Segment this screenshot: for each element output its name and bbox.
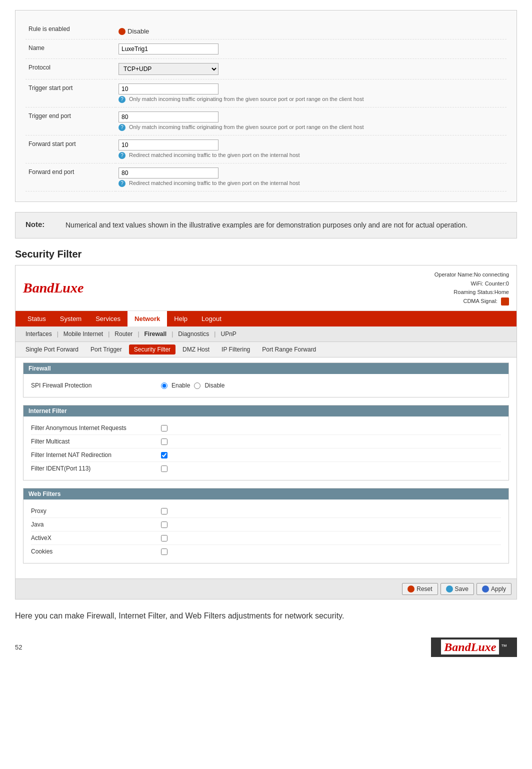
- forward-start-help-text: Redirect matched incoming traffic to the…: [129, 152, 300, 158]
- trigger-start-port-label: Trigger start port: [26, 80, 116, 108]
- trigger-start-port-input[interactable]: [118, 84, 218, 94]
- filter-nat-label: Filter Internet NAT Redirection: [31, 452, 161, 458]
- sub-nav: Interfaces | Mobile Internet | Router | …: [16, 326, 516, 342]
- forward-end-help-icon: ?: [118, 180, 126, 187]
- filter-multicast-checkbox[interactable]: [161, 438, 168, 445]
- rule-enabled-value: Disable: [116, 20, 506, 40]
- apply-icon: [482, 586, 489, 592]
- description-text: Here you can make Firewall, Internet Fil…: [15, 610, 517, 622]
- trigger-end-port-input[interactable]: [118, 112, 218, 122]
- filter-anonymous-checkbox[interactable]: [161, 425, 168, 432]
- protocol-select[interactable]: TCP+UDP TCP UDP: [118, 63, 218, 75]
- activex-row: ActiveX: [31, 532, 501, 545]
- trigger-end-port-row: Trigger end port ? Only match incoming t…: [26, 108, 506, 136]
- trigger-start-port-value[interactable]: ? Only match incoming traffic originatin…: [116, 80, 506, 108]
- protocol-value[interactable]: TCP+UDP TCP UDP: [116, 59, 506, 80]
- spi-disable-radio[interactable]: [194, 382, 200, 389]
- subnav-router[interactable]: Router: [110, 329, 138, 339]
- web-filters-header: Web Filters: [24, 488, 508, 500]
- name-value[interactable]: [116, 40, 506, 59]
- spi-enable-radio[interactable]: [161, 382, 168, 389]
- nav-help[interactable]: Help: [167, 311, 194, 326]
- filter-ident-value: [161, 466, 168, 472]
- spi-disable-label: Disable: [204, 382, 224, 389]
- save-button[interactable]: Save: [440, 583, 474, 595]
- nav-logout[interactable]: Logout: [194, 311, 228, 326]
- cookies-checkbox[interactable]: [161, 548, 168, 555]
- subnav-interfaces[interactable]: Interfaces: [20, 329, 57, 339]
- forward-start-port-input[interactable]: [118, 140, 218, 150]
- filter-anonymous-row: Filter Anonymous Internet Requests: [31, 422, 501, 435]
- security-filter-heading: Security Filter: [15, 248, 517, 260]
- internet-filter-content: Filter Anonymous Internet Requests Filte…: [24, 416, 508, 480]
- spi-firewall-value: Enable Disable: [161, 382, 224, 389]
- footer: 52 BandLuxe ™: [0, 632, 532, 662]
- note-text: Numerical and text values shown in the i…: [66, 220, 468, 230]
- java-label: Java: [31, 521, 161, 528]
- protocol-label: Protocol: [26, 59, 116, 80]
- filter-ident-label: Filter IDENT(Port 113): [31, 465, 161, 472]
- internet-filter-header: Internet Filter: [24, 406, 508, 416]
- tab-security-filter[interactable]: Security Filter: [129, 344, 176, 354]
- nav-system[interactable]: System: [53, 311, 88, 326]
- nav-status[interactable]: Status: [20, 311, 53, 326]
- forward-start-port-label: Forward start port: [26, 136, 116, 164]
- filter-nat-row: Filter Internet NAT Redirection: [31, 448, 501, 462]
- filter-nat-checkbox[interactable]: [161, 452, 168, 458]
- status-cdma: CDMA Signal:: [434, 297, 509, 306]
- sub-nav2: Single Port Forward Port Trigger Securit…: [16, 342, 516, 358]
- tab-dmz-host[interactable]: DMZ Host: [178, 344, 214, 354]
- forward-end-port-value[interactable]: ? Redirect matched incoming traffic to t…: [116, 164, 506, 192]
- forward-start-help-icon: ?: [118, 152, 126, 159]
- activex-value: [161, 535, 168, 542]
- rule-enabled-row: Rule is enabled Disable: [26, 20, 506, 40]
- subnav-upnp[interactable]: UPnP: [216, 329, 241, 339]
- forward-start-port-row: Forward start port ? Redirect matched in…: [26, 136, 506, 164]
- nav-network[interactable]: Network: [128, 311, 167, 326]
- apply-button[interactable]: Apply: [476, 583, 512, 595]
- cookies-value: [161, 548, 168, 555]
- tab-ip-filtering[interactable]: IP Filtering: [216, 344, 255, 354]
- reset-button[interactable]: Reset: [402, 583, 438, 595]
- spi-firewall-row: SPI Firewall Protection Enable Disable: [31, 379, 501, 392]
- port-trigger-form: Rule is enabled Disable Name Protocol TC: [15, 10, 517, 202]
- reset-icon: [408, 586, 414, 592]
- logo-b: B: [23, 280, 32, 296]
- forward-end-port-label: Forward end port: [26, 164, 116, 192]
- note-box: Note: Numerical and text values shown in…: [15, 212, 517, 238]
- router-logo: BandLuxe: [23, 280, 84, 296]
- java-checkbox[interactable]: [161, 522, 168, 528]
- forward-start-port-value[interactable]: ? Redirect matched incoming traffic to t…: [116, 136, 506, 164]
- subnav-firewall[interactable]: Firewall: [140, 329, 172, 339]
- proxy-value: [161, 508, 168, 514]
- nav-services[interactable]: Services: [88, 311, 128, 326]
- filter-nat-value: [161, 452, 168, 458]
- subnav-diagnostics[interactable]: Diagnostics: [173, 329, 214, 339]
- filter-ident-checkbox[interactable]: [161, 466, 168, 472]
- proxy-checkbox[interactable]: [161, 508, 168, 514]
- spi-enable-label: Enable: [172, 382, 190, 389]
- footer-logo-container: BandLuxe ™: [431, 638, 517, 657]
- activex-checkbox[interactable]: [161, 535, 168, 542]
- filter-multicast-value: [161, 438, 168, 445]
- trigger-end-port-value[interactable]: ? Only match incoming traffic originatin…: [116, 108, 506, 136]
- forward-end-port-row: Forward end port ? Redirect matched inco…: [26, 164, 506, 192]
- router-header: BandLuxe Operator Name:No connecting WiF…: [16, 266, 516, 311]
- tab-port-trigger[interactable]: Port Trigger: [86, 344, 127, 354]
- forward-end-port-input[interactable]: [118, 168, 218, 178]
- filter-anonymous-label: Filter Anonymous Internet Requests: [31, 424, 161, 432]
- firewall-section-content: SPI Firewall Protection Enable Disable: [24, 374, 508, 397]
- proxy-label: Proxy: [31, 508, 161, 514]
- name-input[interactable]: [118, 44, 218, 54]
- tab-port-range-forward[interactable]: Port Range Forward: [257, 344, 321, 354]
- filter-multicast-label: Filter Multicast: [31, 438, 161, 445]
- tab-single-port-forward[interactable]: Single Port Forward: [20, 344, 84, 354]
- reset-label: Reset: [416, 586, 432, 592]
- save-icon: [446, 586, 453, 592]
- form-table: Rule is enabled Disable Name Protocol TC: [26, 20, 506, 192]
- name-row: Name: [26, 40, 506, 59]
- logo-rest: andLuxe: [32, 280, 84, 296]
- subnav-mobile-internet[interactable]: Mobile Internet: [58, 329, 108, 339]
- trigger-end-help-text: Only match incoming traffic originating …: [129, 124, 364, 130]
- spi-firewall-label: SPI Firewall Protection: [31, 382, 161, 389]
